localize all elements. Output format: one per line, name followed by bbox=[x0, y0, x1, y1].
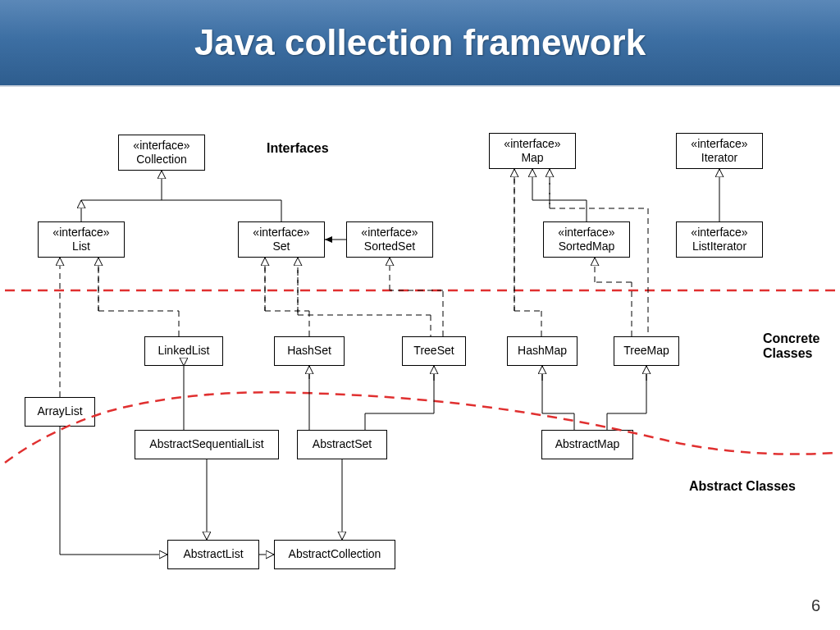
box-abstractlist: AbstractList bbox=[167, 540, 259, 569]
name: TreeSet bbox=[413, 344, 454, 358]
box-hashset: HashSet bbox=[274, 336, 345, 366]
name: Set bbox=[272, 240, 290, 254]
name: SortedMap bbox=[559, 240, 614, 254]
box-abstractset: AbstractSet bbox=[297, 430, 387, 459]
name: HashSet bbox=[287, 344, 331, 358]
stereo: «interface» bbox=[361, 226, 418, 240]
stereo: «interface» bbox=[691, 226, 747, 240]
name: HashMap bbox=[518, 344, 567, 358]
slide-title: Java collection framework bbox=[194, 22, 646, 63]
name: ArrayList bbox=[37, 404, 82, 419]
name: Map bbox=[521, 151, 543, 166]
box-sortedmap: «interface» SortedMap bbox=[543, 221, 630, 258]
box-list: «interface» List bbox=[38, 221, 125, 258]
stereo: «interface» bbox=[133, 139, 189, 153]
box-iterator: «interface» Iterator bbox=[676, 133, 763, 169]
label-concrete: Concrete Classes bbox=[763, 331, 819, 361]
stereo: «interface» bbox=[253, 226, 309, 240]
box-abstractsequentiallist: AbstractSequentialList bbox=[135, 430, 279, 459]
name: AbstractMap bbox=[555, 437, 620, 452]
stereo: «interface» bbox=[558, 226, 614, 240]
name: LinkedList bbox=[158, 344, 209, 358]
name: AbstractList bbox=[183, 547, 243, 562]
box-abstractmap: AbstractMap bbox=[541, 430, 633, 459]
box-map: «interface» Map bbox=[489, 133, 576, 169]
box-abstractcollection: AbstractCollection bbox=[274, 540, 395, 569]
stereo: «interface» bbox=[52, 226, 109, 240]
stereo: «interface» bbox=[691, 137, 747, 152]
name: List bbox=[72, 240, 90, 254]
name: AbstractSet bbox=[313, 437, 372, 452]
name: TreeMap bbox=[623, 344, 669, 358]
box-treemap: TreeMap bbox=[614, 336, 679, 366]
box-collection: «interface» Collection bbox=[118, 135, 205, 171]
label-interfaces: Interfaces bbox=[267, 141, 329, 156]
box-listiterator: «interface» ListIterator bbox=[676, 221, 763, 258]
name: Collection bbox=[136, 153, 186, 167]
uml-diagram: Interfaces Concrete Classes Abstract Cla… bbox=[0, 85, 840, 630]
name: ListIterator bbox=[692, 240, 746, 254]
name: AbstractSequentialList bbox=[149, 437, 263, 452]
name: AbstractCollection bbox=[289, 547, 381, 562]
box-arraylist: ArrayList bbox=[25, 397, 95, 427]
slide-stage: Java collection framework Interfaces Con… bbox=[0, 0, 840, 630]
label-abstract: Abstract Classes bbox=[689, 479, 796, 494]
name: Iterator bbox=[701, 151, 737, 166]
box-linkedlist: LinkedList bbox=[144, 336, 223, 366]
box-hashmap: HashMap bbox=[507, 336, 578, 366]
box-treeset: TreeSet bbox=[402, 336, 466, 366]
box-set: «interface» Set bbox=[238, 221, 325, 258]
stereo: «interface» bbox=[504, 137, 560, 152]
box-sortedset: «interface» SortedSet bbox=[346, 221, 433, 258]
name: SortedSet bbox=[364, 240, 415, 254]
page-number: 6 bbox=[811, 596, 820, 615]
slide-header: Java collection framework bbox=[0, 0, 840, 87]
